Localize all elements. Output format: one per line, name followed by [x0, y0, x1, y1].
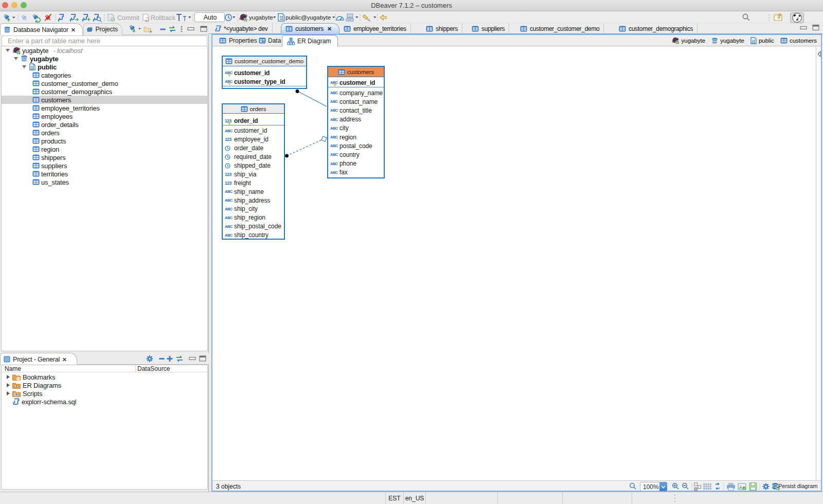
- svg-text:+: +: [149, 29, 152, 34]
- svg-text:+: +: [132, 28, 135, 34]
- svg-text:+: +: [87, 16, 91, 23]
- svg-text:+: +: [7, 16, 10, 24]
- svg-text:Commit: Commit: [117, 14, 140, 22]
- svg-text:<>: <>: [262, 41, 266, 44]
- svg-text:Rollback: Rollback: [151, 14, 176, 22]
